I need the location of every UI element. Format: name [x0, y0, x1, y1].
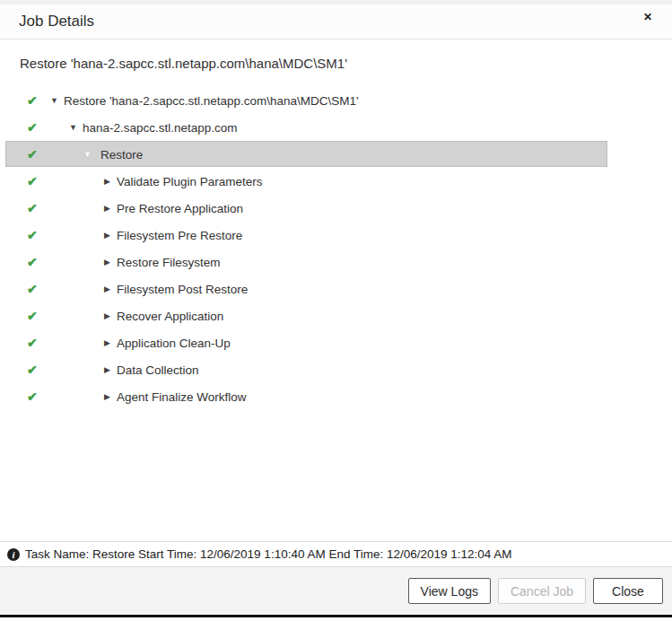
success-check-icon: ✔: [27, 120, 38, 135]
tree-row[interactable]: ✔ ▼ Restore 'hana-2.sapcc.stl.netapp.com…: [0, 87, 672, 114]
expand-triangle-icon[interactable]: ▶: [104, 311, 110, 320]
tree-row[interactable]: ✔ ▶ Recover Application: [0, 302, 672, 329]
success-check-icon: ✔: [27, 389, 38, 404]
tree-row-label: Validate Plugin Parameters: [117, 175, 263, 188]
expand-triangle-icon[interactable]: ▶: [104, 231, 110, 240]
success-check-icon: ✔: [27, 93, 38, 108]
job-task-tree: ✔ ▼ Restore 'hana-2.sapcc.stl.netapp.com…: [0, 87, 672, 410]
tree-row[interactable]: ✔ ▶ Application Clean-Up: [0, 329, 672, 356]
expand-triangle-icon[interactable]: ▶: [104, 392, 110, 401]
dialog-titlebar: Job Details: [0, 4, 672, 39]
tree-row-label: Recover Application: [117, 310, 223, 323]
job-details-dialog: Job Details ✕ Restore 'hana-2.sapcc.stl.…: [0, 0, 672, 621]
tree-row-label: Pre Restore Application: [117, 202, 243, 215]
success-check-icon: ✔: [27, 363, 38, 377]
tree-row[interactable]: ✔ ▶ Validate Plugin Parameters: [0, 168, 672, 195]
tree-row[interactable]: ✔ ▶ Pre Restore Application: [0, 195, 672, 222]
dialog-title: Job Details: [19, 13, 94, 31]
dialog-bottom-border: [0, 615, 672, 617]
success-check-icon: ✔: [27, 201, 38, 215]
tree-row-label: Restore: [100, 148, 143, 162]
expand-triangle-icon[interactable]: ▶: [104, 258, 110, 267]
task-status-bar: i Task Name: Restore Start Time: 12/06/2…: [0, 541, 672, 567]
dialog-footer: View Logs Cancel Job Close: [0, 567, 672, 615]
cancel-job-button[interactable]: Cancel Job: [498, 578, 586, 604]
expand-triangle-icon[interactable]: ▶: [104, 284, 110, 293]
tree-row[interactable]: ✔ ▶ Agent Finalize Workflow: [0, 383, 672, 410]
tree-row[interactable]: ✔ ▶ Filesystem Post Restore: [0, 276, 672, 302]
close-button[interactable]: Close: [593, 578, 663, 604]
tree-row-label: Restore 'hana-2.sapcc.stl.netapp.com\han…: [64, 94, 359, 108]
success-check-icon: ✔: [27, 336, 38, 350]
tree-row-label: Data Collection: [117, 363, 199, 377]
tree-row[interactable]: ✔ ▼ Restore: [0, 141, 672, 168]
tree-row-label: Restore Filesystem: [117, 256, 221, 269]
task-status-text: Task Name: Restore Start Time: 12/06/201…: [25, 547, 512, 561]
tree-row-label: Filesystem Post Restore: [117, 283, 248, 296]
tree-row-label: Application Clean-Up: [117, 337, 231, 350]
collapse-triangle-icon[interactable]: ▼: [83, 150, 92, 159]
success-check-icon: ✔: [27, 309, 38, 323]
tree-row[interactable]: ✔ ▶ Data Collection: [0, 356, 672, 383]
job-subtitle: Restore 'hana-2.sapcc.stl.netapp.com\han…: [20, 56, 347, 71]
view-logs-button[interactable]: View Logs: [408, 578, 491, 604]
tree-row[interactable]: ✔ ▼ hana-2.sapcc.stl.netapp.com: [0, 114, 672, 141]
collapse-triangle-icon[interactable]: ▼: [69, 123, 77, 132]
expand-triangle-icon[interactable]: ▶: [104, 365, 110, 374]
expand-triangle-icon[interactable]: ▶: [104, 204, 110, 213]
expand-triangle-icon[interactable]: ▶: [104, 338, 110, 347]
info-icon: i: [7, 548, 20, 561]
expand-triangle-icon[interactable]: ▶: [104, 177, 110, 186]
success-check-icon: ✔: [27, 228, 38, 242]
tree-row-label: hana-2.sapcc.stl.netapp.com: [83, 121, 238, 135]
success-check-icon: ✔: [27, 255, 38, 269]
tree-row[interactable]: ✔ ▶ Restore Filesystem: [0, 249, 672, 276]
collapse-triangle-icon[interactable]: ▼: [50, 96, 58, 105]
success-check-icon: ✔: [27, 174, 38, 188]
tree-row-label: Agent Finalize Workflow: [117, 390, 247, 404]
close-icon[interactable]: ✕: [638, 7, 658, 27]
success-check-icon: ✔: [27, 147, 38, 162]
selected-row-highlight: [5, 141, 607, 167]
tree-row[interactable]: ✔ ▶ Filesystem Pre Restore: [0, 222, 672, 249]
success-check-icon: ✔: [27, 282, 38, 296]
tree-row-label: Filesystem Pre Restore: [117, 229, 242, 242]
